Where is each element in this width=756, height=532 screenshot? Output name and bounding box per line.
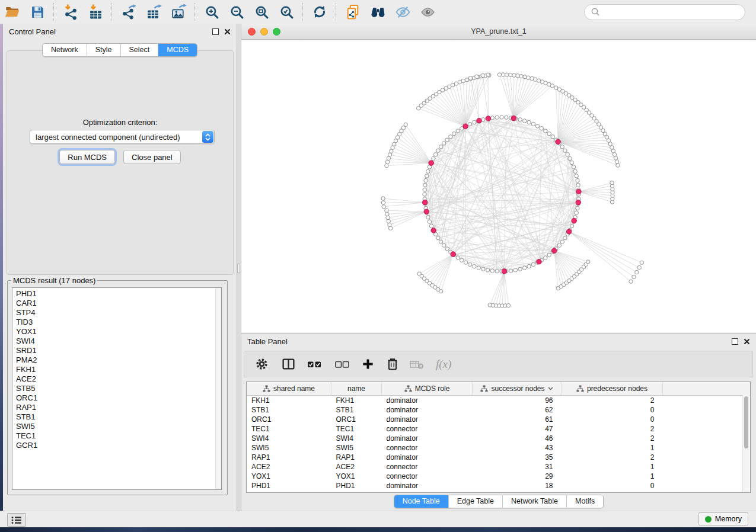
table-row[interactable]: SWI5SWI5connector431 xyxy=(247,443,750,453)
network-view-window: YPA_prune.txt_1 xyxy=(241,24,756,332)
mcds-result-item[interactable]: FKH1 xyxy=(12,365,221,374)
search-input[interactable] xyxy=(604,7,739,17)
mcds-list-scrollbar[interactable] xyxy=(215,288,221,489)
mcds-result-item[interactable]: STB5 xyxy=(12,384,221,393)
show-column-panel-button[interactable] xyxy=(282,357,295,371)
cell-predecessor_nodes: 2 xyxy=(562,434,663,443)
mcds-result-item[interactable]: TEC1 xyxy=(12,431,221,441)
table-row[interactable]: FKH1FKH1dominator962 xyxy=(247,396,750,406)
tab-select[interactable]: Select xyxy=(120,44,158,56)
mcds-result-item[interactable]: RAP1 xyxy=(12,403,221,412)
unselect-all-rows-button[interactable] xyxy=(335,359,350,370)
column-header-name[interactable]: name xyxy=(331,382,382,396)
table-row[interactable]: TEC1TEC1connector472 xyxy=(247,424,750,434)
table-row[interactable]: STB1STB1dominator620 xyxy=(247,405,750,415)
tab-motifs[interactable]: Motifs xyxy=(566,495,603,508)
import-network-button[interactable] xyxy=(59,2,82,22)
mcds-result-item[interactable]: SWI4 xyxy=(12,336,221,346)
close-panel-button[interactable]: Close panel xyxy=(123,150,181,164)
mcds-result-item[interactable]: PHD1 xyxy=(12,289,221,299)
table-row[interactable]: RAP1RAP1dominator352 xyxy=(247,453,750,462)
mcds-result-item[interactable]: STP4 xyxy=(12,308,221,318)
column-header-predecessor-nodes[interactable]: predecessor nodes xyxy=(562,382,663,396)
table-row[interactable]: PHD1PHD1dominator180 xyxy=(247,481,750,491)
mcds-result-item[interactable]: SRD1 xyxy=(12,346,221,355)
control-panel: Control Panel Optimization criterion: la… xyxy=(3,24,237,511)
mcds-result-item[interactable]: YOX1 xyxy=(12,327,221,336)
table-row[interactable]: SWI4SWI4dominator462 xyxy=(247,434,750,443)
export-image-button[interactable] xyxy=(167,2,190,22)
open-session-button[interactable] xyxy=(1,2,24,22)
cell-predecessor_nodes: 2 xyxy=(562,396,663,406)
tab-node-table[interactable]: Node Table xyxy=(394,495,448,508)
select-all-rows-button[interactable] xyxy=(307,359,322,370)
run-mcds-button[interactable]: Run MCDS xyxy=(59,150,115,164)
export-network-button[interactable] xyxy=(117,2,140,22)
memory-button[interactable]: Memory xyxy=(698,512,748,525)
mcds-result-item[interactable]: ACE2 xyxy=(12,374,221,384)
save-session-button[interactable] xyxy=(26,2,49,22)
mcds-result-item[interactable]: STB1 xyxy=(12,412,221,422)
splitter-grip[interactable] xyxy=(237,264,240,273)
hide-selected-button[interactable] xyxy=(391,2,414,22)
tab-mcds[interactable]: MCDS xyxy=(158,44,197,56)
export-table-button[interactable] xyxy=(142,2,165,22)
cell-shared_name: SWI5 xyxy=(247,443,331,453)
network-canvas[interactable] xyxy=(241,40,756,332)
mcds-result-group: MCDS result (17 nodes) PHD1CAR1STP4TID3Y… xyxy=(7,276,228,495)
gear-icon xyxy=(255,357,269,371)
shared-column-icon xyxy=(263,385,270,392)
cell-shared_name: ACE2 xyxy=(247,462,331,472)
table-scrollbar-thumb[interactable] xyxy=(744,396,748,448)
clone-network-button[interactable] xyxy=(342,2,364,22)
table-row[interactable]: ORC1ORC1dominator610 xyxy=(247,415,750,424)
show-all-button[interactable] xyxy=(416,2,439,22)
cell-shared_name: STB1 xyxy=(247,405,331,415)
add-column-button[interactable] xyxy=(362,358,374,370)
tab-network[interactable]: Network xyxy=(43,44,87,56)
tab-style[interactable]: Style xyxy=(87,44,120,56)
cell-successor_nodes: 43 xyxy=(473,443,562,453)
mcds-result-item[interactable]: PMA2 xyxy=(12,355,221,365)
close-control-panel-icon[interactable] xyxy=(224,28,231,35)
cell-shared_name: RAP1 xyxy=(247,453,331,462)
table-row[interactable]: ACE2ACE2connector311 xyxy=(247,462,750,472)
window-close-button[interactable] xyxy=(248,28,256,36)
column-header-shared-name[interactable]: shared name xyxy=(247,382,331,396)
first-neighbors-button[interactable] xyxy=(366,2,389,22)
mcds-result-item[interactable]: ORC1 xyxy=(12,393,221,403)
apply-layout-button[interactable] xyxy=(308,2,331,22)
window-minimize-button[interactable] xyxy=(260,28,268,36)
mcds-result-list[interactable]: PHD1CAR1STP4TID3YOX1SWI4SRD1PMA2FKH1ACE2… xyxy=(12,287,222,490)
zoom-fit-button[interactable] xyxy=(250,2,273,22)
import-table-button[interactable] xyxy=(84,2,107,22)
mcds-tab-pane: Optimization criterion: largest connecte… xyxy=(7,50,234,275)
tab-network-table[interactable]: Network Table xyxy=(502,495,566,508)
mcds-result-item[interactable]: TID3 xyxy=(12,318,221,327)
close-table-panel-icon[interactable] xyxy=(744,338,750,345)
column-header-successor-nodes[interactable]: successor nodes xyxy=(473,382,562,396)
column-header-MCDS-role[interactable]: MCDS role xyxy=(382,382,473,396)
zoom-in-button[interactable] xyxy=(200,2,223,22)
delete-table-button xyxy=(410,359,424,370)
table-row[interactable]: YOX1YOX1connector291 xyxy=(247,472,750,481)
mcds-result-item[interactable]: SWI5 xyxy=(12,422,221,431)
cell-mcds_role: connector xyxy=(382,472,473,481)
zoom-out-button[interactable] xyxy=(225,2,248,22)
task-history-button[interactable] xyxy=(7,513,26,527)
table-settings-button[interactable] xyxy=(255,357,269,371)
float-table-panel-button[interactable] xyxy=(732,338,738,345)
network-window-titlebar: YPA_prune.txt_1 xyxy=(241,24,756,40)
cell-mcds_role: connector xyxy=(382,443,473,453)
mcds-result-item[interactable]: CAR1 xyxy=(12,299,221,308)
window-zoom-button[interactable] xyxy=(273,28,280,36)
delete-column-button[interactable] xyxy=(386,357,399,371)
float-control-panel-button[interactable] xyxy=(212,28,219,35)
checked-boxes-icon xyxy=(307,359,322,370)
cell-name: ORC1 xyxy=(331,415,382,424)
optimization-criterion-select[interactable]: largest connected component (undirected) xyxy=(30,130,215,144)
search-box xyxy=(584,4,745,20)
zoom-selected-button[interactable] xyxy=(275,2,298,22)
tab-edge-table[interactable]: Edge Table xyxy=(448,495,502,508)
mcds-result-item[interactable]: GCR1 xyxy=(12,441,221,450)
